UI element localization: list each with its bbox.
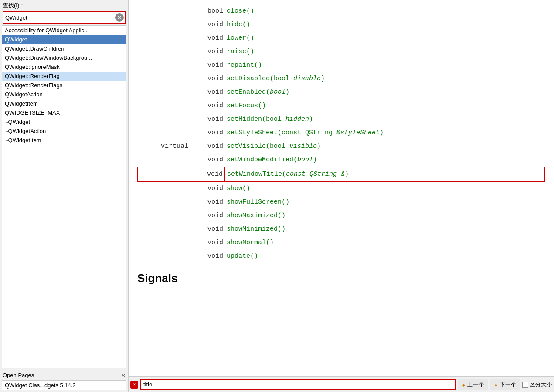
method-return-type-14: void — [190, 195, 225, 209]
open-page-item-0[interactable]: QWidget Clas...dgets 5.14.2 — [2, 381, 126, 390]
method-row-1[interactable]: voidhide() — [138, 18, 545, 31]
method-row-11[interactable]: voidsetWindowModified(bool) — [138, 153, 545, 167]
search-label: 查找(I)： — [0, 0, 128, 10]
main-layout: 查找(I)： ✕ Accessibility for QWidget Appli… — [0, 0, 554, 392]
sidebar-item-1[interactable]: QWidget — [2, 35, 126, 44]
method-name-12[interactable]: setWindowTitle(const QString &) — [225, 167, 545, 181]
method-modifier-4 — [138, 58, 190, 72]
method-row-18[interactable]: voidupdate() — [138, 249, 545, 263]
method-row-17[interactable]: voidshowNormal() — [138, 236, 545, 249]
method-modifier-9 — [138, 126, 190, 140]
sidebar-item-7[interactable]: QWidgetAction — [2, 90, 126, 99]
case-checkbox[interactable] — [522, 382, 528, 388]
method-name-3[interactable]: raise() — [225, 45, 545, 58]
method-return-type-1: void — [190, 18, 225, 31]
method-modifier-2 — [138, 31, 190, 45]
sidebar-item-2[interactable]: QWidget::DrawChildren — [2, 44, 126, 53]
method-name-17[interactable]: showNormal() — [225, 236, 545, 249]
method-modifier-6 — [138, 85, 190, 99]
method-row-12[interactable]: voidsetWindowTitle(const QString &) — [138, 167, 545, 181]
method-modifier-16 — [138, 222, 190, 236]
search-row: ✕ — [3, 11, 126, 24]
sidebar-item-11[interactable]: ~QWidgetAction — [2, 126, 126, 136]
method-name-4[interactable]: repaint() — [225, 58, 545, 72]
method-row-6[interactable]: voidsetEnabled(bool) — [138, 85, 545, 99]
method-name-8[interactable]: setHidden(bool hidden) — [225, 112, 545, 126]
sidebar-item-10[interactable]: ~QWidget — [2, 117, 126, 126]
method-modifier-10: virtual — [138, 140, 190, 153]
next-button[interactable]: ⬥ 下一个 — [490, 379, 520, 390]
method-name-1[interactable]: hide() — [225, 18, 545, 31]
method-return-type-9: void — [190, 126, 225, 140]
sidebar-item-6[interactable]: QWidget::RenderFlags — [2, 81, 126, 90]
method-return-type-2: void — [190, 31, 225, 45]
signals-header: Signals — [137, 272, 545, 285]
method-name-16[interactable]: showMinimized() — [225, 222, 545, 236]
prev-button[interactable]: ⬥ 上一个 — [458, 379, 488, 390]
method-name-13[interactable]: show() — [225, 181, 545, 195]
method-modifier-18 — [138, 249, 190, 263]
method-name-5[interactable]: setDisabled(bool disable) — [225, 72, 545, 85]
sidebar-list: Accessibility for QWidget Applic...QWidg… — [2, 25, 126, 368]
sidebar-item-12[interactable]: ~QWidgetItem — [2, 136, 126, 145]
method-return-type-13: void — [190, 181, 225, 195]
method-row-15[interactable]: voidshowMaximized() — [138, 209, 545, 222]
method-row-7[interactable]: voidsetFocus() — [138, 99, 545, 112]
method-return-type-11: void — [190, 153, 225, 167]
method-name-11[interactable]: setWindowModified(bool) — [225, 153, 545, 167]
sidebar-item-9[interactable]: QWIDGETSIZE_MAX — [2, 108, 126, 117]
method-name-10[interactable]: setVisible(bool visible) — [225, 140, 545, 153]
method-return-type-5: void — [190, 72, 225, 85]
method-name-0[interactable]: close() — [225, 4, 545, 18]
method-return-type-15: void — [190, 209, 225, 222]
method-row-5[interactable]: voidsetDisabled(bool disable) — [138, 72, 545, 85]
method-name-6[interactable]: setEnabled(bool) — [225, 85, 545, 99]
method-return-type-10: void — [190, 140, 225, 153]
case-sensitive-area[interactable]: 区分大小 — [522, 381, 552, 389]
method-name-18[interactable]: update() — [225, 249, 545, 263]
next-arrow-icon: ⬥ — [494, 381, 498, 389]
method-return-type-12: void — [190, 167, 225, 181]
content-wrapper: boolclose()voidhide()voidlower()voidrais… — [129, 0, 554, 392]
search-input[interactable] — [3, 14, 114, 22]
sidebar-item-3[interactable]: QWidget::DrawWindowBackgrou... — [2, 53, 126, 62]
method-row-16[interactable]: voidshowMinimized() — [138, 222, 545, 236]
sidebar-item-4[interactable]: QWidget::IgnoreMask — [2, 62, 126, 72]
case-label: 区分大小 — [530, 381, 552, 389]
bottom-close-button[interactable]: ✕ — [130, 381, 138, 389]
method-name-9[interactable]: setStyleSheet(const QString &styleSheet) — [225, 126, 545, 140]
method-modifier-1 — [138, 18, 190, 31]
open-pages-label: Open Pages — [3, 372, 34, 378]
bottom-search-input[interactable] — [140, 379, 456, 390]
sidebar-item-0[interactable]: Accessibility for QWidget Applic... — [2, 26, 126, 35]
method-row-2[interactable]: voidlower() — [138, 31, 545, 45]
method-return-type-17: void — [190, 236, 225, 249]
method-modifier-3 — [138, 45, 190, 58]
open-pages-close-btn[interactable]: ✕ — [121, 372, 126, 378]
method-row-14[interactable]: voidshowFullScreen() — [138, 195, 545, 209]
method-modifier-8 — [138, 112, 190, 126]
open-pages-controls: ▫ ✕ — [118, 372, 126, 378]
method-row-4[interactable]: voidrepaint() — [138, 58, 545, 72]
method-row-3[interactable]: voidraise() — [138, 45, 545, 58]
method-return-type-0: bool — [190, 4, 225, 18]
method-name-14[interactable]: showFullScreen() — [225, 195, 545, 209]
method-row-13[interactable]: voidshow() — [138, 181, 545, 195]
search-clear-button[interactable]: ✕ — [115, 13, 124, 22]
method-row-0[interactable]: boolclose() — [138, 4, 545, 18]
method-name-15[interactable]: showMaximized() — [225, 209, 545, 222]
sidebar-item-5[interactable]: QWidget::RenderFlag — [2, 72, 126, 81]
method-name-7[interactable]: setFocus() — [225, 99, 545, 112]
method-return-type-6: void — [190, 85, 225, 99]
method-name-2[interactable]: lower() — [225, 31, 545, 45]
prev-label: 上一个 — [467, 381, 484, 389]
open-pages-restore-btn[interactable]: ▫ — [118, 372, 119, 378]
method-modifier-15 — [138, 209, 190, 222]
method-row-9[interactable]: voidsetStyleSheet(const QString &styleSh… — [138, 126, 545, 140]
open-pages-list: QWidget Clas...dgets 5.14.2 — [2, 380, 126, 390]
method-row-10[interactable]: virtualvoidsetVisible(bool visible) — [138, 140, 545, 153]
method-modifier-12 — [138, 167, 190, 181]
sidebar-item-8[interactable]: QWidgetItem — [2, 99, 126, 108]
method-row-8[interactable]: voidsetHidden(bool hidden) — [138, 112, 545, 126]
method-modifier-0 — [138, 4, 190, 18]
